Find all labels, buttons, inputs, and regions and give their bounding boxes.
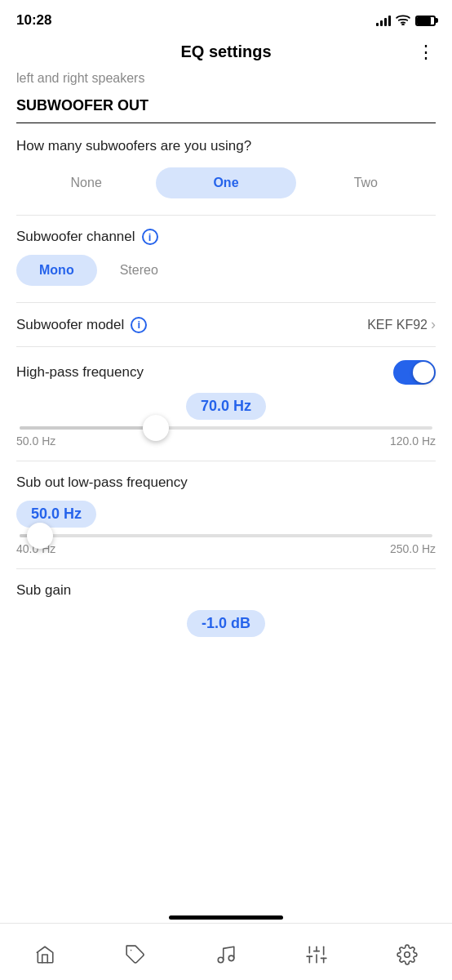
sub-gain-label: Sub gain: [16, 582, 436, 599]
high-pass-label: High-pass frequency: [16, 364, 144, 381]
sub-gain-badge-container: -1.0 dB: [16, 604, 436, 637]
status-bar: 10:28: [0, 0, 452, 36]
subwoofer-channel-control: Mono Stereo: [16, 255, 436, 286]
subwoofer-count-question: How many subwoofers are you using?: [16, 138, 436, 154]
sub-out-slider[interactable]: [16, 534, 436, 537]
sub-out-badge-container: 50.0 Hz: [16, 501, 436, 534]
high-pass-badge: 70.0 Hz: [186, 393, 266, 420]
channel-option-mono[interactable]: Mono: [16, 255, 97, 286]
status-time: 10:28: [16, 12, 51, 29]
tag-icon: [124, 943, 147, 966]
divider-5: [16, 568, 436, 569]
sub-out-slider-track: [20, 534, 432, 537]
subwoofer-channel-label: Subwoofer channel: [16, 229, 135, 245]
svg-point-2: [218, 957, 224, 963]
sub-out-max: 250.0 Hz: [390, 542, 436, 555]
seg-option-none[interactable]: None: [16, 167, 156, 198]
nav-item-home[interactable]: [0, 943, 91, 966]
nav-item-music[interactable]: [181, 943, 272, 966]
sub-out-slider-thumb[interactable]: [27, 523, 53, 549]
status-icons: [376, 14, 436, 28]
high-pass-slider-fill: [20, 426, 156, 430]
divider-3: [16, 346, 436, 347]
main-content: left and right speakers SUBWOOFER OUT Ho…: [0, 71, 452, 710]
chevron-right-icon: ›: [431, 316, 436, 333]
bottom-nav: [0, 923, 452, 980]
toggle-thumb: [413, 362, 434, 383]
sub-gain-badge: -1.0 dB: [187, 610, 265, 637]
sub-out-badge: 50.0 Hz: [16, 501, 96, 528]
battery-icon: [415, 16, 436, 26]
sub-out-slider-range: 40.0 Hz 250.0 Hz: [16, 542, 436, 555]
subwoofer-channel-info-icon[interactable]: i: [142, 229, 158, 245]
high-pass-frequency-row: High-pass frequency: [16, 360, 436, 385]
channel-option-stereo[interactable]: Stereo: [97, 255, 181, 286]
home-icon: [33, 943, 56, 966]
subwoofer-model-info-icon[interactable]: i: [131, 317, 147, 333]
svg-point-13: [404, 951, 410, 957]
section-title: SUBWOOFER OUT: [16, 97, 436, 123]
music-icon: [215, 943, 237, 966]
high-pass-slider-range: 50.0 Hz 120.0 Hz: [16, 434, 436, 448]
subwoofer-model-label-row: Subwoofer model i: [16, 317, 147, 333]
signal-icon: [376, 15, 391, 26]
seg-option-two[interactable]: Two: [296, 167, 436, 198]
wifi-icon: [396, 14, 410, 28]
sliders-icon: [305, 943, 328, 966]
svg-point-0: [402, 24, 404, 25]
more-menu-button[interactable]: ⋮: [417, 42, 436, 63]
subtitle-text: left and right speakers: [16, 71, 436, 86]
high-pass-slider-thumb[interactable]: [143, 415, 169, 441]
high-pass-min: 50.0 Hz: [16, 434, 55, 448]
high-pass-slider[interactable]: [16, 426, 436, 430]
subwoofer-model-label: Subwoofer model: [16, 317, 124, 333]
high-pass-toggle[interactable]: [393, 360, 436, 385]
high-pass-badge-container: 70.0 Hz: [16, 393, 436, 426]
nav-item-settings[interactable]: [361, 943, 452, 966]
divider-4: [16, 461, 436, 461]
nav-item-sliders[interactable]: [271, 943, 361, 966]
home-indicator: [169, 915, 283, 920]
subwoofer-count-control: None One Two: [16, 167, 436, 198]
app-header: EQ settings ⋮: [0, 36, 452, 71]
high-pass-max: 120.0 Hz: [390, 434, 436, 448]
sub-out-lowpass-label: Sub out low-pass frequency: [16, 474, 436, 491]
subwoofer-channel-label-row: Subwoofer channel i: [16, 229, 436, 245]
divider-1: [16, 215, 436, 216]
subwoofer-model-value[interactable]: KEF KF92 ›: [367, 316, 436, 333]
seg-option-one[interactable]: One: [156, 167, 295, 198]
page-title: EQ settings: [180, 42, 271, 61]
svg-point-3: [228, 956, 234, 961]
subwoofer-model-row: Subwoofer model i KEF KF92 ›: [16, 316, 436, 333]
high-pass-slider-track: [20, 426, 432, 430]
gear-icon: [396, 943, 419, 966]
nav-item-tag[interactable]: [91, 943, 181, 966]
divider-2: [16, 302, 436, 303]
subwoofer-model-text: KEF KF92: [367, 318, 428, 332]
